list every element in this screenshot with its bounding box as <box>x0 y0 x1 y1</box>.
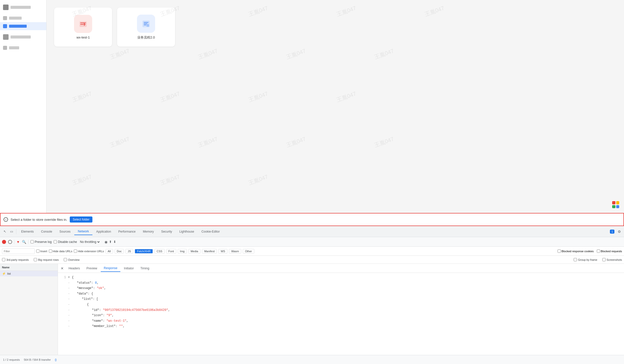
filter-input[interactable] <box>2 248 35 254</box>
tab-lighthouse[interactable]: Lighthouse <box>176 228 198 235</box>
opt-screenshots-label[interactable]: Screenshots <box>602 258 622 261</box>
opt-3rd-party-checkbox[interactable] <box>2 258 5 261</box>
tab-security[interactable]: Security <box>158 228 176 235</box>
tab-headers[interactable]: Headers <box>65 265 83 272</box>
name-column: Name ⚡ list <box>0 264 58 355</box>
tab-network[interactable]: Network <box>74 228 92 235</box>
cursor-icon[interactable]: ↖ <box>2 228 8 235</box>
disable-cache-checkbox[interactable] <box>54 240 57 243</box>
sidebar-item-3[interactable] <box>0 22 46 30</box>
tab-memory[interactable]: Memory <box>140 228 157 235</box>
upload-icon[interactable]: ⬆ <box>109 240 112 244</box>
filter-other[interactable]: Other <box>243 249 254 253</box>
tab-cookie-editor[interactable]: Cookie-Editor <box>198 228 223 235</box>
opt-overview-label[interactable]: Overview <box>64 258 80 261</box>
blocked-response-checkbox[interactable] <box>558 249 561 253</box>
filter-icon[interactable]: ▼ <box>16 240 20 244</box>
collapse-4[interactable]: - <box>68 291 70 297</box>
record-button[interactable] <box>2 240 6 244</box>
throttle-select[interactable]: No throttling <box>79 240 100 244</box>
invert-label[interactable]: Invert <box>36 249 47 253</box>
response-tabs: ✕ Headers Preview Response Initiator Tim… <box>58 264 624 273</box>
collapse-5[interactable]: - <box>68 297 70 302</box>
divider-2 <box>28 240 28 244</box>
opt-3rd-party-label[interactable]: 3rd-party requests <box>2 258 29 261</box>
sidebar-item-label-1 <box>11 6 31 9</box>
list-item[interactable]: ⚡ list <box>0 271 58 276</box>
collapse-6[interactable]: - <box>68 302 70 308</box>
json-brace-open: { <box>72 275 74 280</box>
phone-icon[interactable]: ▭ <box>8 228 15 235</box>
opt-group-frame-checkbox[interactable] <box>574 258 577 261</box>
devtools-right-icons: 1 ⚙ <box>610 228 622 235</box>
preserve-log-checkbox[interactable] <box>30 240 34 243</box>
filter-css[interactable]: CSS <box>154 249 165 253</box>
filter-img[interactable]: Img <box>178 249 187 253</box>
filter-doc[interactable]: Doc <box>115 249 124 253</box>
line-num-5 <box>61 297 66 302</box>
filter-js[interactable]: JS <box>125 249 133 253</box>
download-icon[interactable]: ⬇ <box>113 240 116 244</box>
blocked-response-label[interactable]: Blocked response cookies <box>558 249 594 253</box>
app-card-name-yewu: 业务流程2.0 <box>137 35 155 40</box>
line-num-6 <box>61 302 66 308</box>
filter-media[interactable]: Media <box>188 249 200 253</box>
tab-performance[interactable]: Performance <box>115 228 139 235</box>
collapse-7: - <box>68 308 70 313</box>
opt-big-rows-checkbox[interactable] <box>34 258 37 261</box>
disable-cache-label[interactable]: Disable cache <box>54 240 77 244</box>
preserve-log-label[interactable]: Preserve log <box>30 240 52 244</box>
blocked-requests-label[interactable]: Blocked requests <box>597 249 622 253</box>
svg-rect-2 <box>147 24 149 27</box>
json-data: "data": { <box>77 291 93 297</box>
json-line-5: - "list": [ <box>61 297 621 302</box>
blocked-requests-checkbox[interactable] <box>597 249 600 253</box>
sidebar-item-1[interactable] <box>0 3 46 12</box>
filter-ws[interactable]: WS <box>218 249 227 253</box>
hide-ext-urls-label[interactable]: Hide extension URLs <box>74 249 104 253</box>
hide-data-urls-label[interactable]: Hide data URLs <box>49 249 73 253</box>
opt-overview-checkbox[interactable] <box>64 258 67 261</box>
filter-manifest[interactable]: Manifest <box>202 249 217 253</box>
tab-console[interactable]: Console <box>38 228 56 235</box>
clear-button[interactable] <box>8 240 12 244</box>
opt-big-rows-label[interactable]: Big request rows <box>34 258 59 261</box>
tab-elements[interactable]: Elements <box>18 228 37 235</box>
opt-screenshots-checkbox[interactable] <box>602 258 606 261</box>
line-num-2 <box>61 280 66 286</box>
app-card-wx-test-1[interactable]: wx-test-1 <box>54 8 112 47</box>
tab-initiator[interactable]: Initiator <box>121 265 137 272</box>
tab-timing[interactable]: Timing <box>137 265 152 272</box>
tab-preview[interactable]: Preview <box>83 265 100 272</box>
opt-group-frame-label[interactable]: Group by frame <box>574 258 597 261</box>
json-obj-open: { <box>87 302 89 308</box>
json-line-7: - "id": "98f13708210194c475687be6106a3b8… <box>61 308 621 313</box>
sidebar-item-4[interactable] <box>0 32 46 42</box>
collapse-2[interactable]: - <box>68 280 70 286</box>
tab-response[interactable]: Response <box>101 265 120 272</box>
filter-all[interactable]: All <box>106 249 113 253</box>
settings-icon[interactable]: ⚙ <box>616 228 622 235</box>
tab-application[interactable]: Application <box>93 228 115 235</box>
tab-sources[interactable]: Sources <box>56 228 74 235</box>
hide-data-urls-checkbox[interactable] <box>49 249 52 253</box>
select-folder-button[interactable]: Select folder <box>70 216 93 223</box>
filter-font[interactable]: Font <box>166 249 176 253</box>
hide-ext-urls-checkbox[interactable] <box>74 249 77 253</box>
filter-wasm[interactable]: Wasm <box>229 249 241 253</box>
search-icon[interactable]: 🔍 <box>22 240 26 244</box>
filter-fetch-xhr[interactable]: Fetch/XHR <box>135 249 153 253</box>
app-card-yewu[interactable]: 业务流程2.0 <box>117 8 175 47</box>
grid-dots-icon[interactable] <box>611 200 620 209</box>
close-panel-button[interactable]: ✕ <box>59 266 65 271</box>
sidebar-item-2[interactable] <box>0 14 46 22</box>
json-icon[interactable]: {} <box>55 358 57 361</box>
app-icon-yewu <box>137 15 155 33</box>
invert-checkbox[interactable] <box>36 249 40 253</box>
sidebar-item-icon-2 <box>3 16 7 20</box>
collapse-1[interactable]: ▼ <box>68 275 70 280</box>
sidebar-item-5[interactable] <box>0 44 46 52</box>
wifi-icon[interactable]: ◉ <box>105 240 108 244</box>
json-icon: "icon": "9", <box>92 313 114 318</box>
json-content[interactable]: 1 ▼ { - "status": 0, - "message": "ok", … <box>58 273 624 355</box>
